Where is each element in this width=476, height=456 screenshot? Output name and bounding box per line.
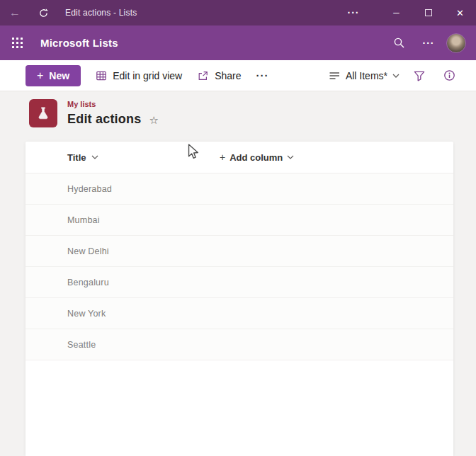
window-titlebar: ← Edit actions - Lists ··· – ✕ xyxy=(0,0,476,25)
column-header-label: Title xyxy=(67,152,86,163)
minimize-button[interactable]: – xyxy=(380,0,412,25)
header-more-icon[interactable]: ··· xyxy=(414,25,443,60)
share-icon xyxy=(197,70,209,81)
search-icon xyxy=(393,37,405,49)
user-avatar[interactable] xyxy=(446,33,466,53)
chevron-down-icon xyxy=(287,155,294,159)
column-header-title[interactable]: Title xyxy=(67,152,98,163)
browser-back-icon[interactable]: ← xyxy=(3,6,27,19)
plus-icon: + xyxy=(37,69,43,82)
refresh-icon-glyph xyxy=(38,8,49,18)
table-row[interactable]: Seattle xyxy=(26,329,453,360)
row-title-cell: Seattle xyxy=(67,340,96,350)
add-column-button[interactable]: + Add column xyxy=(220,152,294,163)
plus-icon: + xyxy=(220,152,225,163)
share-label: Share xyxy=(215,70,241,81)
edit-grid-view-label: Edit in grid view xyxy=(113,70,182,81)
view-selector-label: All Items* xyxy=(346,70,387,81)
flask-icon xyxy=(35,106,51,121)
chevron-down-icon xyxy=(91,155,98,159)
info-button[interactable] xyxy=(439,66,459,86)
commandbar-more-icon[interactable]: ··· xyxy=(256,69,269,81)
grid-icon xyxy=(96,70,107,81)
share-button[interactable]: Share xyxy=(197,70,241,81)
filter-icon xyxy=(413,70,426,81)
table-header-row: Title + Add column xyxy=(26,142,453,173)
app-header: Microsoft Lists ··· xyxy=(0,25,476,60)
app-title[interactable]: Microsoft Lists xyxy=(40,37,118,49)
filter-button[interactable] xyxy=(409,66,429,86)
row-title-cell: New York xyxy=(67,309,106,319)
table-row[interactable]: Hyderabad xyxy=(26,173,453,205)
table-row[interactable]: Bengaluru xyxy=(26,267,453,298)
waffle-icon xyxy=(12,38,23,48)
favorite-star-icon[interactable]: ☆ xyxy=(149,114,158,127)
new-button[interactable]: + New xyxy=(26,65,81,86)
row-title-cell: Bengaluru xyxy=(67,278,109,287)
refresh-icon[interactable] xyxy=(31,8,55,18)
row-title-cell: Mumbai xyxy=(67,215,100,225)
window-more-icon[interactable]: ··· xyxy=(338,7,369,18)
add-column-label: Add column xyxy=(230,152,283,163)
table-row[interactable]: New Delhi xyxy=(26,236,453,267)
maximize-icon xyxy=(425,9,432,16)
view-selector[interactable]: All Items* xyxy=(329,70,400,81)
view-list-icon xyxy=(329,71,341,81)
info-icon xyxy=(443,69,455,81)
maximize-button[interactable] xyxy=(412,0,444,25)
close-button[interactable]: ✕ xyxy=(444,0,476,25)
row-title-cell: Hyderabad xyxy=(67,184,112,194)
breadcrumb[interactable]: My lists xyxy=(67,100,96,108)
page-content: My lists Edit actions ☆ Title + Add colu… xyxy=(0,91,476,456)
chevron-down-icon xyxy=(392,74,400,78)
edit-grid-view-button[interactable]: Edit in grid view xyxy=(96,70,182,81)
page-title: Edit actions xyxy=(67,112,141,127)
table-row[interactable]: Mumbai xyxy=(26,205,453,236)
table-row[interactable]: New York xyxy=(26,298,453,329)
search-button[interactable] xyxy=(384,25,414,60)
app-launcher-button[interactable] xyxy=(0,25,34,60)
new-button-label: New xyxy=(49,70,69,81)
row-title-cell: New Delhi xyxy=(67,246,109,256)
window-title: Edit actions - Lists xyxy=(65,8,137,18)
list-tile[interactable] xyxy=(29,99,57,127)
command-bar: + New Edit in grid view Share ··· Al xyxy=(0,60,476,91)
list-table: Title + Add column Hyderabad Mumbai New … xyxy=(26,142,453,456)
table-body: Hyderabad Mumbai New Delhi Bengaluru New… xyxy=(26,173,453,360)
